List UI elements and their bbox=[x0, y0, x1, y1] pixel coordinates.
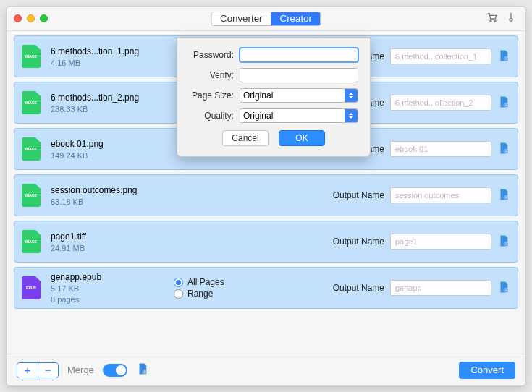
output-name-input[interactable] bbox=[390, 95, 491, 111]
verify-label: Verify: bbox=[189, 70, 240, 80]
close-window-icon[interactable] bbox=[14, 14, 22, 22]
output-name-input[interactable] bbox=[390, 141, 491, 157]
zoom-window-icon[interactable] bbox=[40, 14, 48, 22]
file-size: 5.17 KB bbox=[51, 284, 174, 293]
tab-converter[interactable]: Converter bbox=[211, 12, 271, 25]
page-range-group: All Pages Range bbox=[174, 276, 275, 300]
output-name-label: Output Name bbox=[333, 283, 384, 293]
radio-range-label: Range bbox=[187, 289, 213, 299]
merge-toggle[interactable] bbox=[103, 364, 127, 377]
file-type-icon: IMAGE bbox=[22, 45, 41, 68]
mode-switcher: Converter Creator bbox=[211, 12, 321, 26]
file-type-icon: IMAGE bbox=[22, 137, 41, 161]
add-button[interactable]: + bbox=[17, 363, 38, 378]
list-item[interactable]: IMAGE session outcomes.png 63.18 KB Outp… bbox=[14, 174, 518, 216]
radio-all-pages-label: All Pages bbox=[187, 277, 224, 287]
file-size: 63.18 KB bbox=[51, 197, 174, 206]
remove-button[interactable]: − bbox=[38, 363, 58, 378]
file-settings-icon[interactable] bbox=[497, 188, 510, 203]
file-settings-icon[interactable] bbox=[497, 281, 510, 296]
file-name: 6 methods...tion_1.png bbox=[51, 46, 174, 56]
password-input[interactable] bbox=[240, 48, 358, 62]
window-controls bbox=[14, 14, 48, 22]
list-item[interactable]: EPUB genapp.epub 5.17 KB 8 pages All Pag… bbox=[14, 267, 518, 309]
output-name-label: Output Name bbox=[333, 237, 384, 247]
quality-label: Quality: bbox=[189, 111, 240, 121]
radio-all-pages[interactable] bbox=[174, 278, 183, 287]
file-settings-icon[interactable] bbox=[497, 142, 510, 157]
radio-range[interactable] bbox=[174, 289, 183, 299]
chevron-updown-icon bbox=[345, 89, 358, 102]
app-window: Converter Creator IMAGE 6 methods...tion… bbox=[6, 6, 526, 386]
file-type-icon: IMAGE bbox=[22, 230, 41, 253]
ok-button[interactable]: OK bbox=[279, 130, 325, 146]
pagesize-label: Page Size: bbox=[189, 90, 240, 101]
output-name-input[interactable] bbox=[390, 280, 491, 296]
password-label: Password: bbox=[189, 50, 240, 60]
list-item[interactable]: IMAGE page1.tiff 24.91 MB Output Name bbox=[14, 221, 518, 263]
global-settings-icon[interactable] bbox=[136, 362, 149, 378]
file-settings-icon[interactable] bbox=[497, 95, 510, 111]
footer: + − Merge Convert bbox=[7, 354, 525, 385]
chevron-updown-icon bbox=[345, 109, 358, 122]
file-pages: 8 pages bbox=[51, 295, 174, 304]
quality-select[interactable]: Original bbox=[240, 108, 358, 123]
file-settings-icon[interactable] bbox=[497, 49, 510, 64]
output-name-input[interactable] bbox=[390, 48, 491, 64]
file-size: 24.91 MB bbox=[51, 244, 174, 252]
pagesize-value: Original bbox=[243, 90, 273, 101]
file-name: ebook 01.png bbox=[51, 139, 174, 149]
svg-point-0 bbox=[490, 20, 491, 22]
quality-value: Original bbox=[243, 111, 273, 121]
output-name-input[interactable] bbox=[390, 187, 491, 203]
file-name: genapp.epub bbox=[51, 272, 174, 282]
file-type-icon: IMAGE bbox=[22, 184, 41, 207]
output-name-label: Output Name bbox=[333, 190, 384, 200]
file-name: 6 methods...tion_2.png bbox=[51, 93, 174, 103]
file-size: 288.33 KB bbox=[51, 105, 174, 114]
convert-button[interactable]: Convert bbox=[459, 362, 515, 379]
tab-creator[interactable]: Creator bbox=[271, 12, 321, 25]
thermometer-icon[interactable] bbox=[505, 12, 517, 26]
add-remove-group: + − bbox=[17, 362, 59, 378]
settings-sheet: Password: Verify: Page Size: Original Qu… bbox=[177, 37, 371, 157]
file-type-icon: EPUB bbox=[22, 276, 41, 299]
merge-label: Merge bbox=[67, 365, 94, 375]
minimize-window-icon[interactable] bbox=[27, 14, 35, 22]
file-type-icon: IMAGE bbox=[22, 91, 41, 114]
cancel-button[interactable]: Cancel bbox=[222, 130, 269, 146]
file-settings-icon[interactable] bbox=[497, 234, 510, 250]
verify-input[interactable] bbox=[240, 68, 358, 82]
titlebar: Converter Creator bbox=[7, 7, 525, 31]
pagesize-select[interactable]: Original bbox=[240, 88, 358, 103]
file-name: page1.tiff bbox=[51, 231, 174, 242]
file-size: 149.24 KB bbox=[51, 151, 174, 160]
cart-icon[interactable] bbox=[486, 12, 498, 26]
svg-point-1 bbox=[494, 20, 496, 22]
file-name: session outcomes.png bbox=[51, 185, 174, 195]
file-size: 4.16 MB bbox=[51, 59, 174, 67]
svg-point-2 bbox=[510, 18, 512, 21]
output-name-input[interactable] bbox=[390, 234, 491, 250]
